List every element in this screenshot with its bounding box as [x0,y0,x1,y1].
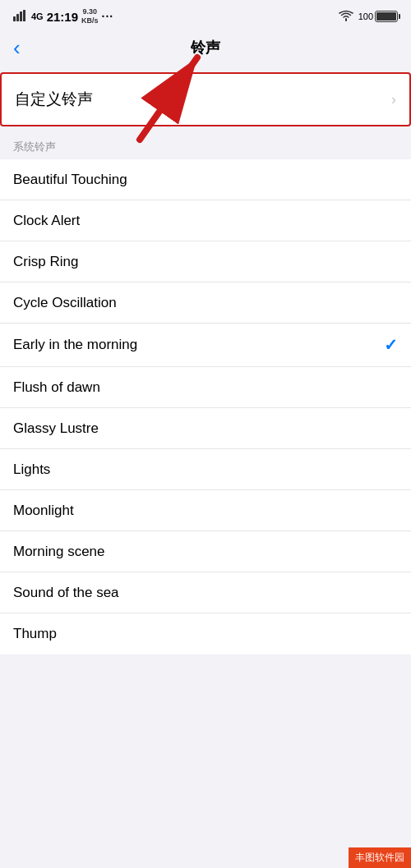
list-item[interactable]: Moonlight [0,490,411,531]
status-right: 100 [339,10,398,24]
watermark: 丰图软件园 [349,847,411,868]
battery-fill [376,12,396,21]
ringtone-name: Thump [13,626,57,642]
ringtone-name: Crisp Ring [13,254,78,270]
list-item[interactable]: Lights [0,449,411,490]
chevron-right-icon: › [391,91,396,108]
list-item[interactable]: Clock Alert [0,200,411,241]
selected-checkmark-icon: ✓ [384,335,398,355]
list-item[interactable]: Glassy Lustre [0,408,411,449]
ringtone-name: Beautiful Touching [13,172,127,188]
network-type: 4G [31,11,44,21]
list-item[interactable]: Sound of the sea [0,572,411,613]
network-speed: 9.30KB/s [81,7,99,25]
signal-indicator [13,10,28,23]
list-item[interactable]: Flush of dawn [0,367,411,408]
wifi-icon [339,10,353,24]
ringtone-name: Lights [13,462,50,478]
list-item[interactable]: Morning scene [0,531,411,572]
system-ringtones-header: 系统铃声 [0,133,411,159]
status-bar: 4G 21:19 9.30KB/s ··· 100 [0,0,411,30]
ringtone-name: Moonlight [13,503,74,519]
list-item[interactable]: Cycle Oscillation [0,282,411,324]
list-item[interactable]: Thump [0,613,411,654]
svg-rect-0 [13,16,16,21]
status-dots: ··· [102,10,114,23]
battery-indicator: 100 [358,11,398,22]
list-item-selected[interactable]: Early in the morning ✓ [0,324,411,367]
custom-ringtone-label: 自定义铃声 [15,89,93,110]
battery-percentage: 100 [358,11,373,21]
ringtone-list: Beautiful Touching Clock Alert Crisp Rin… [0,159,411,654]
nav-bar: ‹ 铃声 [0,30,411,66]
custom-ringtone-section: 自定义铃声 › [0,72,411,126]
ringtone-name: Flush of dawn [13,379,100,396]
battery-box [375,11,398,22]
ringtone-name: Sound of the sea [13,585,119,601]
list-item[interactable]: Crisp Ring [0,241,411,282]
svg-rect-3 [23,10,25,21]
svg-rect-1 [16,14,19,21]
ringtone-name: Morning scene [13,544,105,560]
page-title: 铃声 [191,38,220,57]
status-time: 21:19 [47,10,78,24]
ringtone-name: Early in the morning [13,337,137,353]
svg-rect-2 [20,11,22,21]
ringtone-name: Clock Alert [13,213,80,229]
status-left: 4G 21:19 9.30KB/s ··· [13,7,113,25]
ringtone-name: Glassy Lustre [13,420,99,437]
back-button[interactable]: ‹ [13,35,21,61]
list-item[interactable]: Beautiful Touching [0,159,411,200]
ringtone-name: Cycle Oscillation [13,295,117,311]
custom-ringtone-row[interactable]: 自定义铃声 › [2,74,409,125]
